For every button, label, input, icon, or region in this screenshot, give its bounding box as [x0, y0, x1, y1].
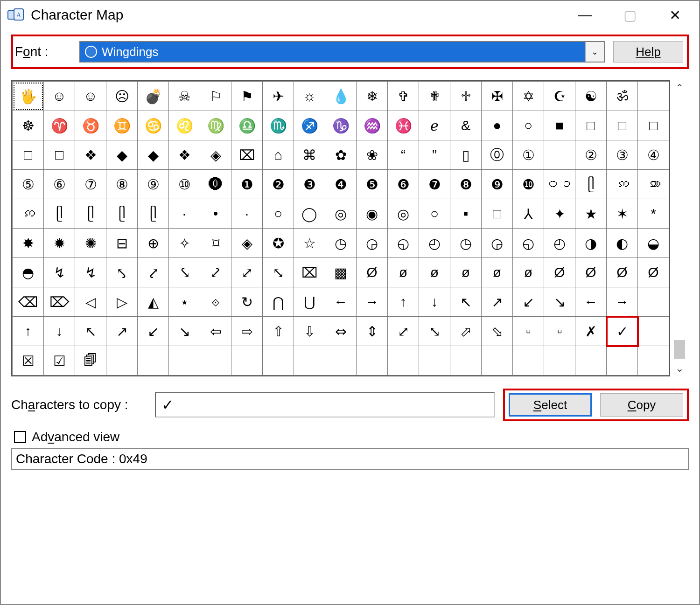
char-cell[interactable]	[357, 346, 388, 376]
char-cell[interactable]: ✧	[169, 229, 200, 258]
char-cell[interactable]: ☆	[294, 229, 325, 258]
char-cell[interactable]: ဢ	[607, 170, 638, 199]
maximize-button[interactable]: ▢	[608, 4, 652, 26]
char-cell[interactable]: ⤡	[419, 317, 450, 346]
char-cell[interactable]: ∙	[231, 199, 263, 229]
char-cell[interactable]: ♎	[231, 111, 263, 140]
char-cell[interactable]: ■	[544, 111, 575, 140]
char-cell[interactable]: ⋂	[263, 287, 294, 317]
char-cell[interactable]: ❿	[513, 170, 544, 199]
char-cell[interactable]: □	[482, 199, 513, 229]
char-cell[interactable]: Ø	[544, 258, 575, 287]
char-cell[interactable]: ⌧	[294, 258, 325, 287]
char-cell[interactable]: □	[44, 140, 75, 170]
char-cell[interactable]: ✡	[513, 82, 544, 111]
char-cell[interactable]: ◷	[450, 229, 482, 258]
char-cell[interactable]: ✠	[482, 82, 513, 111]
char-cell[interactable]: ·	[169, 199, 200, 229]
char-cell[interactable]: ◒	[638, 229, 669, 258]
char-cell[interactable]: ↗	[106, 317, 138, 346]
char-cell[interactable]: ◐	[607, 229, 638, 258]
char-cell[interactable]: ◉	[357, 199, 388, 229]
char-cell[interactable]: ⌫	[13, 287, 44, 317]
char-cell[interactable]: ᥫ	[138, 199, 169, 229]
char-cell[interactable]: ◎	[388, 199, 419, 229]
scrollbar[interactable]: ⌃ ⌄	[670, 80, 689, 376]
char-cell[interactable]: ♐	[294, 111, 325, 140]
char-cell[interactable]: ⤥	[169, 258, 200, 287]
char-cell[interactable]: ♑	[325, 111, 357, 140]
char-cell[interactable]	[513, 346, 544, 376]
char-cell[interactable]: ▷	[106, 287, 138, 317]
char-cell[interactable]: ✹	[44, 229, 75, 258]
char-cell[interactable]: ↗	[482, 287, 513, 317]
char-cell[interactable]: ☺	[44, 82, 75, 111]
char-cell[interactable]: ▪	[450, 199, 482, 229]
char-cell[interactable]	[388, 346, 419, 376]
char-cell[interactable]	[231, 346, 263, 376]
char-cell[interactable]: ⓪	[482, 140, 513, 170]
char-cell[interactable]: ⇩	[294, 317, 325, 346]
char-cell[interactable]: ♍	[200, 111, 231, 140]
char-cell[interactable]: ♈	[44, 111, 75, 140]
char-cell[interactable]: ▩	[325, 258, 357, 287]
char-cell[interactable]	[325, 346, 357, 376]
char-cell[interactable]: ◶	[357, 229, 388, 258]
char-cell[interactable]	[607, 346, 638, 376]
char-cell[interactable]: ☸	[13, 111, 44, 140]
char-cell[interactable]: ø	[388, 258, 419, 287]
char-cell[interactable]: ◈	[200, 140, 231, 170]
char-cell[interactable]: ဢာ	[638, 170, 669, 199]
char-cell[interactable]: ø	[513, 258, 544, 287]
char-cell[interactable]: ❻	[388, 170, 419, 199]
char-cell[interactable]: ⌑	[200, 229, 231, 258]
char-cell[interactable]: ⚐	[200, 82, 231, 111]
char-cell[interactable]: ☯	[575, 82, 607, 111]
char-cell[interactable]: ♋	[138, 111, 169, 140]
char-cell[interactable]: ♓	[388, 111, 419, 140]
char-cell[interactable]: ⌦	[44, 287, 75, 317]
char-cell[interactable]: ❖	[169, 140, 200, 170]
char-cell[interactable]	[544, 346, 575, 376]
char-cell[interactable]: &	[450, 111, 482, 140]
char-cell[interactable]: ✪	[263, 229, 294, 258]
char-cell[interactable]: Ø	[357, 258, 388, 287]
char-cell[interactable]: ⑩	[169, 170, 200, 199]
char-cell[interactable]: ↑	[388, 287, 419, 317]
char-cell[interactable]: ◭	[138, 287, 169, 317]
char-cell[interactable]: ❸	[294, 170, 325, 199]
char-cell[interactable]: ✈	[263, 82, 294, 111]
char-cell[interactable]: ❷	[263, 170, 294, 199]
char-cell[interactable]	[638, 346, 669, 376]
char-cell[interactable]: ♱	[450, 82, 482, 111]
char-cell[interactable]: ▯	[450, 140, 482, 170]
char-cell[interactable]: ✓	[607, 317, 638, 346]
char-cell[interactable]: ◆	[138, 140, 169, 170]
char-cell[interactable]	[638, 82, 669, 111]
char-cell[interactable]: ॐ	[607, 82, 638, 111]
char-cell[interactable]: ၀၁	[544, 170, 575, 199]
char-cell[interactable]: ⟐	[200, 287, 231, 317]
char-cell[interactable]	[638, 317, 669, 346]
char-cell[interactable]: ⇕	[357, 317, 388, 346]
char-cell[interactable]: ◎	[325, 199, 357, 229]
scroll-down-icon[interactable]: ⌄	[675, 362, 684, 375]
char-cell[interactable]: ★	[575, 199, 607, 229]
char-cell[interactable]: ⊟	[106, 229, 138, 258]
char-cell[interactable]: ○	[419, 199, 450, 229]
char-cell[interactable]: ⇦	[200, 317, 231, 346]
char-cell[interactable]: ✺	[75, 229, 106, 258]
char-cell[interactable]: ⓿	[200, 170, 231, 199]
char-cell[interactable]: ✟	[419, 82, 450, 111]
char-cell[interactable]: ”	[419, 140, 450, 170]
char-cell[interactable]: ◑	[575, 229, 607, 258]
char-cell[interactable]: 💧	[325, 82, 357, 111]
char-cell[interactable]: ⬂	[482, 317, 513, 346]
char-cell[interactable]: ↯	[44, 258, 75, 287]
char-cell[interactable]: ☺	[75, 82, 106, 111]
char-cell[interactable]: ⊕	[138, 229, 169, 258]
char-cell[interactable]: ⤦	[200, 258, 231, 287]
char-cell[interactable]	[294, 346, 325, 376]
char-cell[interactable]: ⇧	[263, 317, 294, 346]
char-cell[interactable]: →	[607, 287, 638, 317]
